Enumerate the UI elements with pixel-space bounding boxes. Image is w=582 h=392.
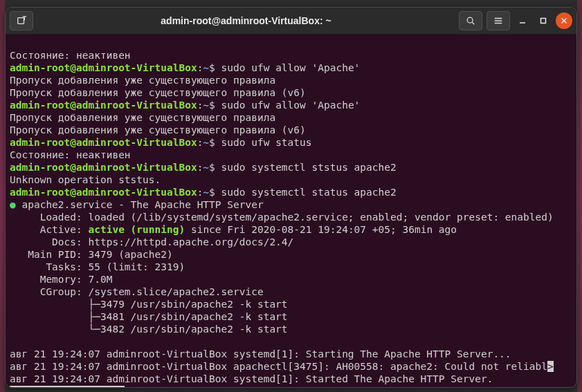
output-line: ├─3481 /usr/sbin/apache2 -k start — [10, 311, 288, 322]
command-text: sudo ufw allow 'Apache' — [221, 100, 361, 111]
prompt-path: ~ — [203, 100, 209, 111]
menu-button[interactable] — [486, 11, 510, 30]
pager-status: lines 1-15/15 (END) — [10, 386, 125, 388]
command-text: sudo systemctl ststus apache2 — [221, 162, 397, 173]
prompt-symbol: $ — [209, 100, 215, 111]
line-continuation-marker: > — [547, 361, 554, 372]
desktop-wallpaper-right — [577, 0, 582, 392]
output-line: CGroup: /system.slice/apache2.service — [10, 286, 264, 297]
command-text: sudo ufw status — [221, 137, 312, 148]
output-line: Пропуск добавления уже существующего пра… — [10, 75, 275, 86]
active-status: active (running) — [89, 224, 185, 235]
output-line: Unknown operation ststus. — [10, 174, 161, 185]
command-text: sudo systemctl status apache2 — [221, 187, 397, 198]
output-line: Пропуск добавления уже существующего пра… — [10, 87, 306, 98]
prompt-path: ~ — [203, 137, 209, 148]
output-line: since Fri 2020-08-21 19:24:07 +05; 36min… — [185, 224, 457, 235]
output-line: Memory: 7.0M — [10, 274, 112, 285]
new-tab-icon — [17, 16, 26, 26]
output-line: Tasks: 55 (limit: 2319) — [10, 261, 185, 272]
output-line: Состояние: неактивен — [10, 149, 131, 160]
prompt-path: ~ — [203, 162, 209, 173]
output-line: ├─3479 /usr/sbin/apache2 -k start — [10, 299, 288, 310]
command-text: sudo ufw allow 'Apache' — [221, 62, 361, 73]
output-line: авг 21 19:24:07 adminroot-VirtualBox apa… — [10, 361, 547, 372]
prompt-user: admin-root@adminroot-VirtualBox — [10, 100, 197, 111]
prompt-symbol: $ — [209, 62, 215, 73]
output-line: apache2.service - The Apache HTTP Server — [16, 199, 264, 210]
svg-rect-0 — [18, 18, 24, 24]
search-icon — [466, 16, 475, 26]
prompt-symbol: $ — [209, 187, 215, 198]
prompt-user: admin-root@adminroot-VirtualBox — [10, 187, 197, 198]
output-line: Docs: https://httpd.apache.org/docs/2.4/ — [10, 236, 293, 248]
terminal-output[interactable]: Состояние: неактивен admin-root@adminroo… — [6, 35, 576, 388]
minimize-button[interactable] — [514, 12, 531, 29]
titlebar: admin-root@adminroot-VirtualBox: ~ — [6, 8, 576, 35]
hamburger-icon — [493, 16, 503, 26]
titlebar-right-controls — [459, 11, 572, 30]
maximize-icon — [540, 17, 547, 24]
maximize-button[interactable] — [535, 12, 552, 29]
svg-rect-9 — [541, 19, 546, 24]
prompt-path: ~ — [203, 62, 209, 73]
output-line: Пропуск добавления уже существующего пра… — [10, 124, 306, 136]
minimize-icon — [519, 17, 526, 24]
output-line: Main PID: 3479 (apache2) — [10, 249, 173, 260]
close-button[interactable] — [556, 12, 572, 29]
prompt-symbol: $ — [209, 137, 215, 148]
search-button[interactable] — [459, 11, 482, 30]
output-line: Пропуск добавления уже существующего пра… — [10, 112, 275, 123]
svg-line-4 — [472, 22, 474, 24]
terminal-window: admin-root@adminroot-VirtualBox: ~ Состо… — [5, 7, 577, 388]
desktop-wallpaper-left — [0, 0, 5, 392]
close-icon — [561, 17, 567, 24]
prompt-user: admin-root@adminroot-VirtualBox — [10, 137, 197, 148]
output-line: Состояние: неактивен — [10, 50, 131, 61]
prompt-path: ~ — [203, 187, 209, 198]
output-line: └─3482 /usr/sbin/apache2 -k start — [10, 324, 288, 335]
output-line: авг 21 19:24:07 adminroot-VirtualBox sys… — [10, 373, 493, 384]
titlebar-left-controls — [10, 11, 33, 30]
svg-point-3 — [467, 17, 473, 23]
status-dot-icon: ● — [10, 199, 16, 210]
prompt-user: admin-root@adminroot-VirtualBox — [10, 162, 197, 173]
prompt-symbol: $ — [209, 162, 215, 173]
output-line: Loaded: loaded (/lib/systemd/system/apac… — [10, 212, 554, 223]
output-line: Active: — [10, 224, 89, 235]
output-line: авг 21 19:24:07 adminroot-VirtualBox sys… — [10, 348, 511, 360]
prompt-user: admin-root@adminroot-VirtualBox — [10, 62, 197, 73]
window-title: admin-root@adminroot-VirtualBox: ~ — [33, 15, 459, 26]
new-tab-button[interactable] — [10, 11, 33, 30]
